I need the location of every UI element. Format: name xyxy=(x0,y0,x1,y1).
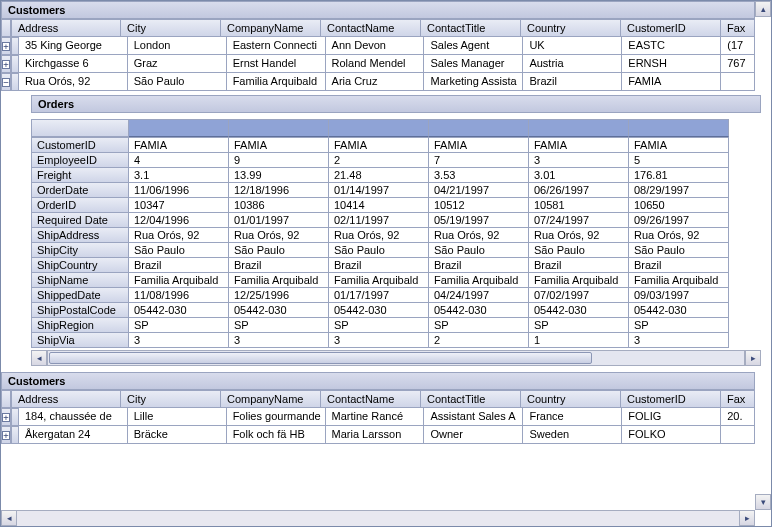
order-cell-shippostalcode[interactable]: 05442-030 xyxy=(229,303,329,318)
order-cell-shippostalcode[interactable]: 05442-030 xyxy=(329,303,429,318)
cell-companyname[interactable]: Folies gourmande xyxy=(227,408,326,426)
order-cell-shipcity[interactable]: São Paulo xyxy=(429,243,529,258)
order-cell-requireddate[interactable]: 07/24/1997 xyxy=(529,213,629,228)
order-cell-shippostalcode[interactable]: 05442-030 xyxy=(629,303,729,318)
order-cell-orderdate[interactable]: 06/26/1997 xyxy=(529,183,629,198)
cell-companyname[interactable]: Ernst Handel xyxy=(227,55,326,73)
order-cell-shipcountry[interactable]: Brazil xyxy=(529,258,629,273)
order-cell-shipname[interactable]: Familia Arquibald xyxy=(329,273,429,288)
cell-contacttitle[interactable]: Assistant Sales A xyxy=(424,408,523,426)
orders-scroll-right-arrow[interactable]: ▸ xyxy=(745,350,761,366)
row-expander-gutter[interactable]: + xyxy=(1,55,11,73)
cell-contactname[interactable]: Aria Cruz xyxy=(326,73,425,91)
order-cell-shipregion[interactable]: SP xyxy=(429,318,529,333)
order-cell-employeeid[interactable]: 2 xyxy=(329,153,429,168)
outer-scroll-left-arrow[interactable]: ◂ xyxy=(1,510,17,526)
table-row[interactable]: +184, chaussée deLilleFolies gourmandeMa… xyxy=(1,408,755,426)
order-cell-customerid[interactable]: FAMIA xyxy=(129,137,229,153)
cell-contacttitle[interactable]: Marketing Assista xyxy=(424,73,523,91)
cell-city[interactable]: Lille xyxy=(128,408,227,426)
column-header-country[interactable]: Country xyxy=(521,19,621,37)
order-cell-employeeid[interactable]: 9 xyxy=(229,153,329,168)
order-cell-shipaddress[interactable]: Rua Orós, 92 xyxy=(629,228,729,243)
order-cell-shippeddate[interactable]: 01/17/1997 xyxy=(329,288,429,303)
cell-contacttitle[interactable]: Owner xyxy=(424,426,523,444)
cell-customerid[interactable]: FOLKO xyxy=(622,426,721,444)
cell-address[interactable]: Rua Orós, 92 xyxy=(19,73,128,91)
order-cell-requireddate[interactable]: 05/19/1997 xyxy=(429,213,529,228)
order-cell-orderdate[interactable]: 04/21/1997 xyxy=(429,183,529,198)
column-header-city[interactable]: City xyxy=(121,19,221,37)
outer-horizontal-scrollbar[interactable]: ◂ ▸ xyxy=(1,510,771,526)
order-card-header[interactable] xyxy=(229,119,329,137)
order-cell-shipcountry[interactable]: Brazil xyxy=(129,258,229,273)
order-cell-orderid[interactable]: 10512 xyxy=(429,198,529,213)
cell-country[interactable]: Brazil xyxy=(523,73,622,91)
cell-address[interactable]: 35 King George xyxy=(19,37,128,55)
order-cell-orderid[interactable]: 10650 xyxy=(629,198,729,213)
order-cell-shipvia[interactable]: 1 xyxy=(529,333,629,348)
cell-country[interactable]: France xyxy=(523,408,622,426)
cell-city[interactable]: Graz xyxy=(128,55,227,73)
order-cell-shipregion[interactable]: SP xyxy=(129,318,229,333)
cell-address[interactable]: Åkergatan 24 xyxy=(19,426,128,444)
orders-horizontal-scrollbar[interactable]: ◂ ▸ xyxy=(31,350,761,366)
order-cell-customerid[interactable]: FAMIA xyxy=(229,137,329,153)
order-cell-orderid[interactable]: 10414 xyxy=(329,198,429,213)
cell-companyname[interactable]: Eastern Connecti xyxy=(227,37,326,55)
order-cell-orderid[interactable]: 10347 xyxy=(129,198,229,213)
order-cell-customerid[interactable]: FAMIA xyxy=(629,137,729,153)
column-header-address[interactable]: Address xyxy=(11,19,121,37)
cell-contactname[interactable]: Ann Devon xyxy=(326,37,425,55)
cell-city[interactable]: London xyxy=(128,37,227,55)
order-cell-shipvia[interactable]: 3 xyxy=(229,333,329,348)
order-cell-requireddate[interactable]: 12/04/1996 xyxy=(129,213,229,228)
column-header-contactname[interactable]: ContactName xyxy=(321,390,421,408)
cell-contacttitle[interactable]: Sales Manager xyxy=(424,55,523,73)
cell-contactname[interactable]: Maria Larsson xyxy=(326,426,425,444)
order-cell-shipcity[interactable]: São Paulo xyxy=(329,243,429,258)
cell-country[interactable]: Austria xyxy=(523,55,622,73)
order-cell-shipaddress[interactable]: Rua Orós, 92 xyxy=(129,228,229,243)
cell-fax[interactable]: 767 xyxy=(721,55,755,73)
table-row[interactable]: +35 King GeorgeLondonEastern ConnectiAnn… xyxy=(1,37,755,55)
order-cell-shipaddress[interactable]: Rua Orós, 92 xyxy=(529,228,629,243)
order-cell-customerid[interactable]: FAMIA xyxy=(529,137,629,153)
order-cell-shipvia[interactable]: 3 xyxy=(629,333,729,348)
outer-scroll-track[interactable] xyxy=(17,510,739,526)
order-cell-orderdate[interactable]: 08/29/1997 xyxy=(629,183,729,198)
column-header-contacttitle[interactable]: ContactTitle xyxy=(421,390,521,408)
order-cell-shipname[interactable]: Familia Arquibald xyxy=(129,273,229,288)
expand-icon[interactable]: + xyxy=(2,60,10,69)
order-cell-freight[interactable]: 3.01 xyxy=(529,168,629,183)
order-cell-orderdate[interactable]: 12/18/1996 xyxy=(229,183,329,198)
order-cell-orderdate[interactable]: 11/06/1996 xyxy=(129,183,229,198)
order-cell-shipcity[interactable]: São Paulo xyxy=(629,243,729,258)
order-cell-shipregion[interactable]: SP xyxy=(329,318,429,333)
order-cell-requireddate[interactable]: 02/11/1997 xyxy=(329,213,429,228)
column-header-city[interactable]: City xyxy=(121,390,221,408)
outer-scroll-right-arrow[interactable]: ▸ xyxy=(739,510,755,526)
column-header-contactname[interactable]: ContactName xyxy=(321,19,421,37)
column-header-customerid[interactable]: CustomerID xyxy=(621,390,721,408)
row-expander-gutter[interactable]: + xyxy=(1,408,11,426)
cell-fax[interactable]: (17 xyxy=(721,37,755,55)
table-row[interactable]: +Kirchgasse 6GrazErnst HandelRoland Mend… xyxy=(1,55,755,73)
cell-address[interactable]: Kirchgasse 6 xyxy=(19,55,128,73)
expand-icon[interactable]: + xyxy=(2,413,10,422)
column-header-companyname[interactable]: CompanyName xyxy=(221,390,321,408)
order-cell-shippeddate[interactable]: 04/24/1997 xyxy=(429,288,529,303)
column-header-address[interactable]: Address xyxy=(11,390,121,408)
column-header-fax[interactable]: Fax xyxy=(721,19,755,37)
order-cell-shipcity[interactable]: São Paulo xyxy=(529,243,629,258)
row-expander-gutter[interactable]: − xyxy=(1,73,11,91)
table-row[interactable]: +Åkergatan 24BräckeFolk och fä HBMaria L… xyxy=(1,426,755,444)
cell-customerid[interactable]: EASTC xyxy=(622,37,721,55)
order-cell-shipcountry[interactable]: Brazil xyxy=(629,258,729,273)
row-expander-gutter[interactable]: + xyxy=(1,37,11,55)
order-cell-shippeddate[interactable]: 11/08/1996 xyxy=(129,288,229,303)
orders-scroll-left-arrow[interactable]: ◂ xyxy=(31,350,47,366)
order-cell-shipcountry[interactable]: Brazil xyxy=(429,258,529,273)
order-cell-employeeid[interactable]: 7 xyxy=(429,153,529,168)
order-card-header[interactable] xyxy=(429,119,529,137)
